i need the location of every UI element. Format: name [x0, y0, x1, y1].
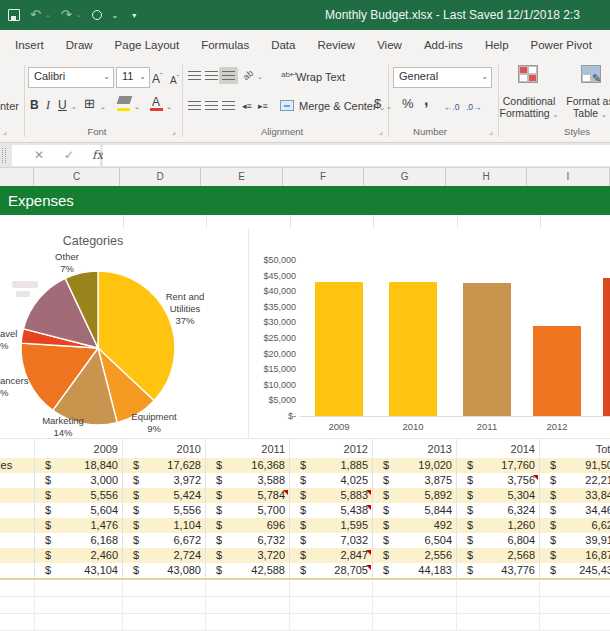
table-cell[interactable]: $18,840: [35, 458, 123, 473]
align-bottom-icon[interactable]: [222, 71, 235, 80]
accounting-format-icon[interactable]: $: [374, 97, 381, 111]
underline-button[interactable]: U: [58, 98, 67, 112]
empty-cell[interactable]: [206, 597, 290, 613]
empty-cell[interactable]: [540, 580, 610, 596]
customize-quick-access-icon[interactable]: ▾: [132, 11, 136, 20]
row-label-cell[interactable]: [0, 563, 35, 578]
table-header-total[interactable]: Total: [540, 439, 610, 459]
table-cell-total[interactable]: $16,875: [540, 548, 610, 563]
empty-row[interactable]: [0, 614, 610, 631]
italic-button[interactable]: I: [46, 98, 50, 112]
table-cell[interactable]: $2,847: [290, 548, 373, 563]
bar-2013[interactable]: [603, 278, 610, 416]
number-format-combo[interactable]: General⌄: [393, 67, 492, 88]
row-label-cell[interactable]: Rent and Utilities: [0, 458, 35, 473]
row-label-cell[interactable]: [0, 533, 35, 548]
alignment-dialog-launcher-icon[interactable]: ⌟: [379, 127, 383, 136]
table-cell[interactable]: $2,724: [123, 548, 206, 563]
pie-chart[interactable]: [0, 215, 260, 438]
column-header-I[interactable]: I: [527, 168, 610, 186]
tab-view[interactable]: View: [366, 30, 413, 60]
empty-cell[interactable]: [540, 597, 610, 613]
accounting-dropdown-icon[interactable]: ⌄: [386, 103, 392, 111]
table-cell[interactable]: $1,260: [457, 518, 540, 533]
table-cell[interactable]: $44,183: [373, 563, 457, 578]
table-header-2010[interactable]: 2010: [123, 439, 206, 459]
table-cell-total[interactable]: $33,843: [540, 488, 610, 503]
decrease-indent-icon[interactable]: ◂≡: [242, 99, 252, 113]
save-icon[interactable]: [8, 9, 20, 21]
table-cell[interactable]: $1,885: [290, 458, 373, 473]
orientation-icon[interactable]: ab: [240, 66, 257, 83]
empty-cell[interactable]: [123, 614, 206, 630]
redo-icon[interactable]: ↷: [61, 0, 72, 30]
table-cell[interactable]: $2,556: [373, 548, 457, 563]
wrap-text-icon[interactable]: ab↩: [281, 70, 297, 79]
percent-style-icon[interactable]: %: [402, 97, 414, 111]
enter-icon[interactable]: ✓: [64, 145, 74, 166]
table-cell[interactable]: $16,368: [206, 458, 290, 473]
row-label-header[interactable]: [0, 439, 35, 459]
table-cell[interactable]: $43,776: [457, 563, 540, 578]
empty-cell[interactable]: [35, 614, 123, 630]
formula-bar-grip[interactable]: [2, 148, 6, 163]
insert-function-icon[interactable]: fx: [92, 145, 103, 166]
empty-cell[interactable]: [206, 580, 290, 596]
conditional-formatting-button[interactable]: ConditionalFormatting ⌄: [500, 95, 559, 121]
column-header-C[interactable]: C: [34, 168, 120, 186]
table-cell[interactable]: $492: [373, 518, 457, 533]
table-cell[interactable]: $6,504: [373, 533, 457, 548]
table-cell[interactable]: $3,000: [35, 473, 123, 488]
table-cell[interactable]: $5,304: [457, 488, 540, 503]
empty-cell[interactable]: [0, 597, 35, 613]
touch-mode-dropdown-icon[interactable]: ⌄: [112, 11, 119, 20]
table-header-2014[interactable]: 2014: [457, 439, 540, 459]
table-cell[interactable]: $7,032: [290, 533, 373, 548]
font-color-bar[interactable]: [150, 108, 163, 111]
table-cell[interactable]: $5,604: [35, 503, 123, 518]
redo-dropdown-icon[interactable]: ⌄: [76, 11, 82, 19]
table-cell-total[interactable]: $91,501: [540, 458, 610, 473]
empty-cell[interactable]: [457, 580, 540, 596]
undo-dropdown-icon[interactable]: ⌄: [45, 11, 51, 19]
row-label-cell[interactable]: [0, 503, 35, 518]
table-cell[interactable]: $5,424: [123, 488, 206, 503]
table-cell[interactable]: $43,080: [123, 563, 206, 578]
column-header-H[interactable]: H: [446, 168, 527, 186]
table-cell[interactable]: $1,595: [290, 518, 373, 533]
row-label-cell[interactable]: [0, 488, 35, 503]
comma-style-icon[interactable]: ,: [424, 93, 428, 107]
empty-cell[interactable]: [206, 614, 290, 630]
bold-button[interactable]: B: [30, 98, 39, 112]
increase-font-size-icon[interactable]: Aˆ: [152, 69, 162, 86]
table-cell[interactable]: $6,732: [206, 533, 290, 548]
table-cell[interactable]: $3,720: [206, 548, 290, 563]
table-cell[interactable]: $696: [206, 518, 290, 533]
format-as-table-button[interactable]: Format asTable ⌄: [566, 95, 610, 121]
row-label-cell[interactable]: [0, 518, 35, 533]
tab-draw[interactable]: Draw: [55, 30, 104, 60]
table-cell[interactable]: $1,476: [35, 518, 123, 533]
table-cell[interactable]: $2,460: [35, 548, 123, 563]
align-center-icon[interactable]: [205, 101, 218, 110]
column-header-G[interactable]: G: [364, 168, 446, 186]
tab-add-ins[interactable]: Add-ins: [413, 30, 474, 60]
bar-2011[interactable]: [463, 283, 511, 416]
empty-cell[interactable]: [35, 597, 123, 613]
table-cell[interactable]: $6,168: [35, 533, 123, 548]
table-header-2011[interactable]: 2011: [206, 439, 290, 459]
table-cell[interactable]: $42,588: [206, 563, 290, 578]
decrease-font-size-icon[interactable]: Aˇ: [170, 71, 179, 88]
empty-cell[interactable]: [123, 580, 206, 596]
table-cell-total[interactable]: $22,216: [540, 473, 610, 488]
undo-icon[interactable]: ↶: [30, 0, 41, 30]
table-cell[interactable]: $6,672: [123, 533, 206, 548]
touch-mode-icon[interactable]: [92, 10, 102, 20]
tab-data[interactable]: Data: [260, 30, 306, 60]
empty-cell[interactable]: [123, 597, 206, 613]
formula-input[interactable]: [103, 145, 610, 166]
merge-center-button[interactable]: Merge & Center: [299, 100, 377, 112]
empty-cell[interactable]: [0, 580, 35, 596]
table-cell-total[interactable]: $245,436: [540, 563, 610, 578]
empty-cell[interactable]: [290, 614, 373, 630]
